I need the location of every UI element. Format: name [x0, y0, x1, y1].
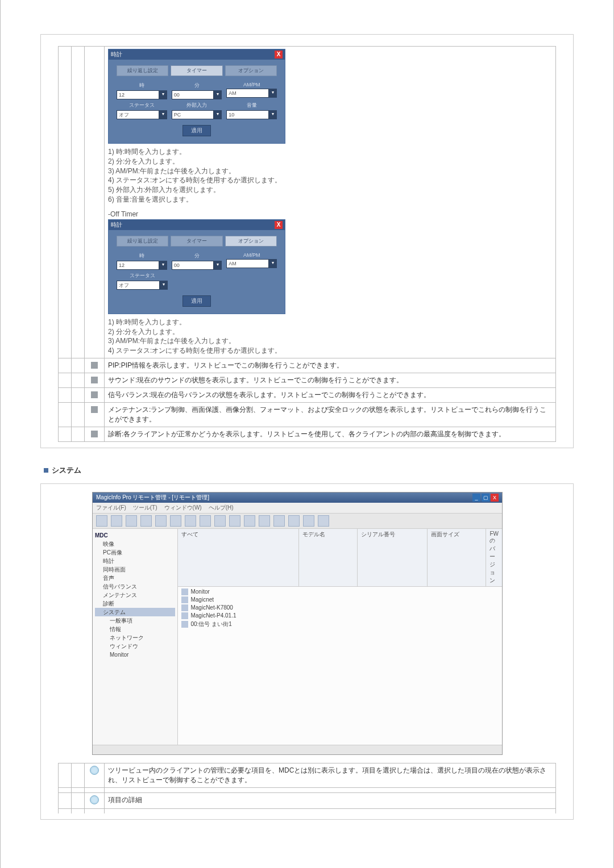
- chevron-down-icon[interactable]: ▾: [214, 90, 222, 99]
- toolbar-icon[interactable]: [303, 515, 314, 527]
- status-field[interactable]: オフ ▾: [117, 110, 167, 119]
- toolbar-icon[interactable]: [244, 515, 255, 527]
- chevron-down-icon[interactable]: ▾: [269, 259, 277, 268]
- tree-item[interactable]: 診断: [95, 599, 175, 608]
- tree-item[interactable]: 時計: [95, 557, 175, 565]
- col-header[interactable]: モデル名: [299, 529, 358, 586]
- chevron-down-icon[interactable]: ▾: [159, 90, 167, 99]
- tab-timer[interactable]: タイマー: [171, 65, 222, 76]
- chevron-down-icon[interactable]: ▾: [269, 110, 277, 119]
- toolbar-icon[interactable]: [318, 515, 329, 527]
- window-title: MagicInfo Pro リモート管理 - [リモート管理]: [96, 494, 209, 502]
- chevron-down-icon[interactable]: ▾: [160, 281, 168, 290]
- ext-field[interactable]: PC ▾: [172, 110, 222, 119]
- offtimer-heading: -Off Timer: [108, 210, 552, 218]
- tree-item[interactable]: 映像: [95, 540, 175, 548]
- row-maint: メンテナンス:ランプ制御、画面保護、画像分割、フォーマット、および安全ロックの状…: [59, 402, 556, 427]
- toolbar-icon[interactable]: [288, 515, 300, 527]
- list-row[interactable]: 00:信号 まい街1: [181, 620, 499, 629]
- tree-item[interactable]: 同時画面: [95, 565, 175, 574]
- toolbar-icon[interactable]: [259, 515, 270, 527]
- system-screenshot: MagicInfo Pro リモート管理 - [リモート管理] _ ▢ X ファ…: [92, 492, 503, 755]
- offtimer-tabs: 繰り返し設定 タイマー オプション: [117, 236, 277, 247]
- vol-field[interactable]: 10 ▾: [226, 110, 277, 119]
- status-field[interactable]: オフ ▾: [117, 281, 168, 290]
- tree-item[interactable]: メンテナンス: [95, 591, 175, 599]
- toolbar-icon[interactable]: [229, 515, 240, 527]
- close-icon[interactable]: X: [491, 494, 499, 502]
- apply-button[interactable]: 適用: [182, 295, 211, 307]
- apply-button[interactable]: 適用: [182, 125, 211, 136]
- ampm-field[interactable]: AM ▾: [226, 89, 277, 98]
- toolbar-icon[interactable]: [170, 515, 181, 527]
- tree-item[interactable]: 情報: [95, 625, 175, 633]
- ontimer-tabs: 繰り返し設定 タイマー オプション: [117, 65, 277, 76]
- tree-item[interactable]: PC画像: [95, 548, 175, 557]
- lbl-minute: 分: [172, 252, 222, 260]
- col-header[interactable]: 画面サイズ: [428, 529, 486, 586]
- tree-item[interactable]: ネットワーク: [95, 633, 175, 642]
- list-icon: [91, 377, 98, 383]
- menu-help[interactable]: ヘルプ(H): [209, 504, 234, 512]
- row-signal: 信号バランス:現在の信号バランスの状態を表示します。リストビューでこの制御を行う…: [59, 387, 556, 402]
- chevron-down-icon[interactable]: ▾: [159, 261, 167, 270]
- menu-file[interactable]: ファイル(F): [96, 504, 126, 512]
- tab-timer[interactable]: タイマー: [171, 236, 222, 247]
- list-icon: [91, 406, 98, 413]
- minute-field[interactable]: 00 ▾: [172, 261, 222, 270]
- tree-item[interactable]: ウィンドウ: [95, 642, 175, 650]
- ontimer-dialog: 時計 X 繰り返し設定 タイマー オプション 時: [108, 49, 285, 144]
- chevron-down-icon[interactable]: ▾: [214, 261, 222, 270]
- col-header[interactable]: シリアル番号: [358, 529, 428, 586]
- bottom-details: 項目の詳細: [105, 792, 556, 808]
- chevron-down-icon[interactable]: ▾: [269, 89, 277, 98]
- minute-field[interactable]: 00 ▾: [172, 90, 222, 99]
- list-view[interactable]: すべて モデル名 シリアル番号 画面サイズ FWのバージョン Monitor M…: [178, 529, 502, 745]
- tab-options[interactable]: オプション: [225, 65, 277, 76]
- tree-item[interactable]: 信号バランス: [95, 582, 175, 591]
- tree-item[interactable]: 音声: [95, 574, 175, 582]
- toolbar-icon[interactable]: [273, 515, 285, 527]
- maximize-icon[interactable]: ▢: [482, 494, 489, 502]
- toolbar-icon[interactable]: [200, 515, 211, 527]
- text-maint: メンテナンス:ランプ制御、画面保護、画像分割、フォーマット、および安全ロックの状…: [105, 402, 556, 427]
- hour-field[interactable]: 12 ▾: [117, 90, 167, 99]
- menu-window[interactable]: ウィンドウ(W): [164, 504, 202, 512]
- list-icon: [91, 362, 98, 369]
- item-icon: [181, 604, 188, 611]
- tree-view[interactable]: MDC 映像 PC画像 時計 同時画面 音声 信号バランス メンテナンス 診断 …: [93, 529, 178, 745]
- close-icon[interactable]: X: [275, 51, 283, 59]
- menu-tool[interactable]: ツール(T): [133, 504, 157, 512]
- list-row[interactable]: MagicNet-P4.01.1: [181, 612, 499, 620]
- list-row[interactable]: Magicnet: [181, 596, 499, 604]
- text-pip: PIP:PIP情報を表示します。リストビューでこの制御を行うことができます。: [105, 358, 556, 373]
- close-icon[interactable]: X: [275, 221, 283, 229]
- list-row[interactable]: Monitor: [181, 588, 499, 596]
- chevron-down-icon[interactable]: ▾: [214, 110, 222, 119]
- tab-repeat[interactable]: 繰り返し設定: [117, 65, 168, 76]
- minimize-icon[interactable]: _: [472, 494, 480, 502]
- row-bottom-desc: ツリービュー内のクライアントの管理に必要な項目を、MDCとは別に表示します。項目…: [59, 763, 556, 787]
- chevron-down-icon[interactable]: ▾: [159, 110, 167, 119]
- tree-item[interactable]: Monitor: [95, 650, 175, 659]
- toolbar-icon[interactable]: [140, 515, 152, 527]
- ampm-field[interactable]: AM ▾: [226, 259, 277, 268]
- col-header[interactable]: FWのバージョン: [486, 529, 502, 586]
- toolbar-icon[interactable]: [126, 515, 137, 527]
- tree-item[interactable]: 一般事項: [95, 616, 175, 625]
- list-row[interactable]: MagicNet-K7800: [181, 604, 499, 612]
- toolbar-icon[interactable]: [214, 515, 226, 527]
- tree-item-selected[interactable]: システム: [95, 608, 175, 616]
- tree-root[interactable]: MDC: [95, 531, 175, 540]
- toolbar-icon[interactable]: [155, 515, 167, 527]
- tab-options[interactable]: オプション: [225, 236, 277, 247]
- lbl-vol: 音量: [226, 102, 277, 109]
- toolbar-icon[interactable]: [185, 515, 196, 527]
- col-header[interactable]: すべて: [178, 529, 299, 586]
- tab-repeat[interactable]: 繰り返し設定: [117, 236, 168, 247]
- hour-field[interactable]: 12 ▾: [117, 261, 167, 270]
- row-pip: PIP:PIP情報を表示します。リストビューでこの制御を行うことができます。: [59, 358, 556, 373]
- section-heading: システム: [44, 465, 574, 475]
- toolbar-icon[interactable]: [111, 515, 122, 527]
- toolbar-icon[interactable]: [96, 515, 107, 527]
